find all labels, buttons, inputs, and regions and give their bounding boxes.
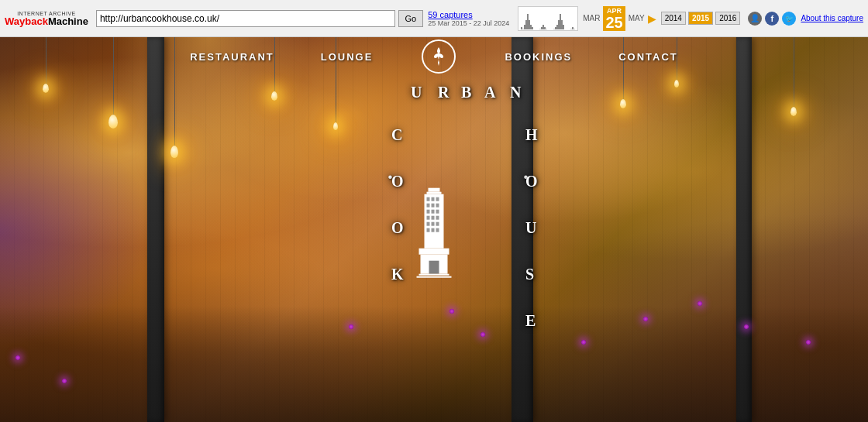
candle-7 [643, 317, 648, 321]
svg-rect-21 [436, 228, 439, 232]
wayback-logo[interactable]: INTERNET ARCHIVE WaybackMachine [5, 11, 88, 26]
url-bar: Go [96, 10, 423, 27]
machine-word: Machine [48, 15, 88, 27]
logo-letter-k: K [391, 266, 405, 283]
svg-rect-10 [427, 210, 430, 214]
svg-rect-16 [427, 222, 430, 226]
svg-rect-7 [427, 204, 430, 208]
separator [548, 8, 553, 29]
date-range: 25 Mar 2015 - 22 Jul 2024 [428, 19, 509, 27]
svg-rect-4 [427, 197, 430, 201]
svg-rect-11 [432, 210, 435, 214]
logo-letter-h: H [525, 126, 539, 144]
tbar [574, 29, 575, 29]
fleur-de-lis-icon [428, 46, 450, 67]
may-label: MAY [629, 14, 645, 22]
logo-letter-a: A [484, 84, 496, 101]
apr-section: APR 25 [603, 6, 625, 31]
logo-letter-b: B [461, 84, 472, 101]
svg-point-0 [438, 51, 439, 53]
candle-10 [806, 340, 811, 345]
year-buttons: 2014 2015 2016 [661, 12, 741, 25]
svg-rect-1 [429, 188, 440, 192]
svg-rect-15 [436, 216, 439, 220]
svg-rect-5 [432, 197, 435, 201]
timeline-bars-left [521, 8, 533, 29]
logo-circle [422, 39, 456, 74]
site-navigation: RESTAURANT LOUNGE BOOKINGS CONTACT [0, 37, 868, 76]
year-2014-btn[interactable]: 2014 [661, 12, 686, 25]
year-2015-btn[interactable]: 2015 [688, 12, 713, 25]
logo-letter-r: R [438, 84, 450, 101]
go-button[interactable]: Go [398, 10, 424, 27]
play-button[interactable]: ▶ [648, 12, 656, 25]
nav-contact[interactable]: CONTACT [618, 51, 678, 63]
svg-rect-25 [419, 274, 450, 276]
url-input[interactable] [96, 10, 395, 27]
svg-rect-14 [432, 216, 435, 220]
column-3 [736, 37, 752, 422]
wayback-text: WaybackMachine [5, 16, 88, 26]
logo-letter-o1: O [391, 173, 405, 190]
separator [565, 8, 570, 29]
timeline-bars-far [570, 8, 575, 29]
twitter-icon[interactable]: 🐦 [782, 12, 796, 26]
year-nav: MAR APR 25 MAY ▶ [583, 6, 656, 31]
logo-letter-s: S [525, 266, 535, 283]
user-icon[interactable]: 👤 [748, 12, 762, 26]
nav-lounge[interactable]: LOUNGE [321, 51, 374, 63]
wayback-word: Wayback [5, 15, 48, 27]
svg-rect-19 [427, 228, 430, 232]
svg-rect-8 [432, 204, 435, 208]
svg-rect-22 [419, 249, 450, 255]
candle-2 [16, 355, 20, 360]
svg-rect-2 [427, 192, 442, 194]
main-site: RESTAURANT LOUNGE BOOKINGS CONTACT U R B… [0, 37, 868, 422]
timeline-bars-right [553, 8, 564, 29]
logo-letter-u2: U [525, 219, 537, 237]
logo-letter-e: E [525, 312, 536, 330]
day-25: 25 [605, 15, 622, 30]
social-icons: 👤 f 🐦 [748, 12, 796, 26]
svg-rect-3 [425, 194, 444, 249]
candle-9 [744, 324, 749, 329]
svg-rect-13 [427, 216, 430, 220]
tbar [563, 25, 564, 29]
svg-rect-17 [432, 222, 435, 226]
logo-letter-o3: O [525, 173, 539, 190]
svg-rect-6 [436, 197, 439, 201]
candle-6 [581, 340, 586, 345]
year-2016-btn[interactable]: 2016 [715, 12, 740, 25]
about-capture-link[interactable]: About this capture [801, 14, 863, 22]
logo-letter-c: C [391, 126, 403, 144]
nav-logo[interactable] [419, 37, 458, 76]
candle-8 [698, 301, 702, 306]
facebook-icon[interactable]: f [765, 12, 779, 26]
brand-logo: U R B A N · · C O O K H O U S E [318, 80, 550, 374]
svg-rect-9 [436, 204, 439, 208]
candle-1 [62, 379, 67, 383]
svg-rect-24 [429, 261, 439, 274]
timeline-graph [518, 6, 578, 31]
captures-section: 59 captures 25 Mar 2015 - 22 Jul 2024 [428, 10, 513, 27]
tbar [532, 27, 533, 29]
svg-rect-20 [432, 228, 435, 232]
logo-letter-o2: O [391, 219, 405, 237]
column-1 [147, 37, 164, 422]
tbar [546, 29, 547, 29]
mar-label: MAR [583, 14, 600, 22]
apr-label: APR [607, 7, 622, 15]
nav-restaurant[interactable]: RESTAURANT [190, 51, 274, 63]
logo-letter-u1: U [411, 84, 422, 101]
building-icon [413, 180, 456, 284]
nav-bookings[interactable]: BOOKINGS [505, 51, 572, 63]
wayback-toolbar: INTERNET ARCHIVE WaybackMachine Go 59 ca… [0, 0, 868, 37]
logo-letter-n: N [510, 84, 522, 101]
timeline-bars-mid [539, 8, 547, 29]
svg-rect-26 [417, 276, 452, 278]
building-svg [413, 180, 456, 281]
separator [534, 8, 539, 29]
svg-rect-18 [436, 222, 439, 226]
captures-link[interactable]: 59 captures [428, 10, 472, 19]
svg-rect-12 [436, 210, 439, 214]
